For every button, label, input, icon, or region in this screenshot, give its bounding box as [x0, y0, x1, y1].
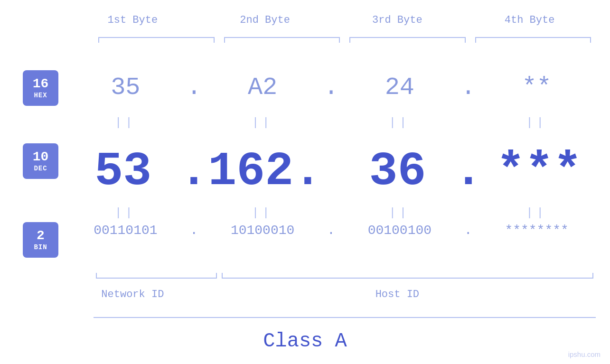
hex-dot2: . — [322, 74, 341, 102]
dec-badge-label: DEC — [34, 165, 47, 172]
dec-row: 53 . 162. 36 . *** — [66, 145, 596, 198]
dec-byte4: *** — [483, 145, 596, 198]
host-bracket — [222, 273, 594, 279]
hex-badge: 16 HEX — [23, 70, 58, 106]
equals2-byte3: || — [341, 206, 459, 219]
hex-byte4: ** — [478, 74, 596, 102]
bracket-byte3 — [349, 37, 466, 43]
equals2-byte2: || — [204, 206, 322, 219]
bin-badge-number: 2 — [37, 229, 45, 243]
hex-byte2: A2 — [204, 74, 322, 102]
dec-byte3: 36 — [341, 145, 454, 198]
byte3-header: 3rd Byte — [331, 14, 464, 26]
equals2-byte4: || — [478, 206, 596, 219]
byte4-header: 4th Byte — [463, 14, 596, 26]
equals-byte2: || — [204, 116, 322, 129]
equals-dec-bin: || || || || — [66, 206, 596, 219]
byte-headers: 1st Byte 2nd Byte 3rd Byte 4th Byte — [0, 14, 610, 26]
bin-byte2: 10100010 — [204, 223, 322, 238]
hex-badge-number: 16 — [33, 77, 49, 92]
bottom-brackets — [94, 273, 596, 279]
top-brackets — [94, 37, 596, 43]
dec-badge: 10 DEC — [23, 143, 58, 179]
byte1-header: 1st Byte — [66, 14, 199, 26]
watermark: ipshu.com — [568, 350, 601, 358]
hex-byte3: 24 — [341, 74, 459, 102]
bin-row: 00110101 . 10100010 . 00100100 . *******… — [66, 223, 596, 238]
equals2-byte1: || — [66, 206, 185, 219]
bin-dot1: . — [185, 223, 204, 238]
bracket-byte1 — [98, 37, 215, 43]
host-id-label: Host ID — [199, 289, 596, 300]
bracket-byte2 — [224, 37, 340, 43]
bin-byte1: 00110101 — [66, 223, 185, 238]
id-labels: Network ID Host ID — [66, 289, 596, 300]
hex-dot1: . — [185, 74, 204, 102]
byte2-header: 2nd Byte — [199, 14, 331, 26]
equals-byte1: || — [66, 116, 185, 129]
hex-row: 35 . A2 . 24 . ** — [66, 74, 596, 102]
dec-byte2: 162. — [208, 145, 322, 198]
hex-badge-label: HEX — [34, 92, 47, 99]
network-id-label: Network ID — [66, 289, 199, 300]
bin-dot2: . — [322, 223, 341, 238]
dec-byte1: 53 — [66, 145, 179, 198]
equals-byte3: || — [341, 116, 459, 129]
hex-byte1: 35 — [66, 74, 185, 102]
bin-badge: 2 BIN — [23, 222, 58, 258]
dec-dot3: . — [454, 145, 483, 198]
hex-dot3: . — [459, 74, 478, 102]
dec-dot1: . — [179, 145, 208, 198]
bracket-byte4 — [475, 37, 591, 43]
bin-badge-label: BIN — [34, 243, 47, 251]
network-bracket — [96, 273, 217, 279]
main-container: 1st Byte 2nd Byte 3rd Byte 4th Byte 16 H… — [0, 0, 610, 364]
class-label: Class A — [0, 330, 610, 353]
equals-hex-dec: || || || || — [66, 116, 596, 129]
dec-badge-number: 10 — [33, 150, 49, 165]
class-line — [94, 317, 596, 318]
equals-byte4: || — [478, 116, 596, 129]
bin-byte4: ******** — [478, 223, 596, 238]
bin-dot3: . — [459, 223, 478, 238]
bin-byte3: 00100100 — [341, 223, 459, 238]
